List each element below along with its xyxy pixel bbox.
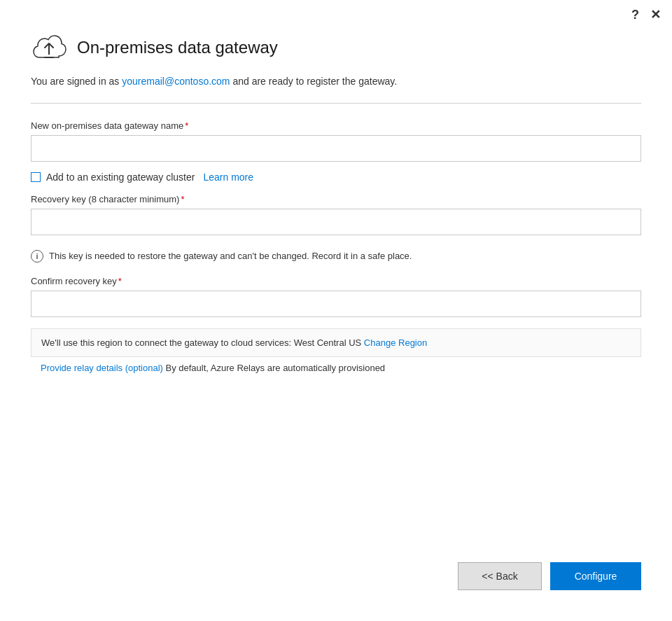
change-region-link[interactable]: Change Region [364, 337, 427, 348]
region-prefix: We'll use this region to connect the gat… [41, 337, 294, 348]
dialog-footer: << Back Configure [0, 545, 672, 621]
region-box: We'll use this region to connect the gat… [31, 328, 641, 358]
close-icon[interactable]: ✕ [650, 8, 661, 21]
dialog-topbar: ? ✕ [0, 0, 672, 21]
checkbox-row: Add to an existing gateway cluster Learn… [31, 172, 641, 183]
existing-cluster-checkbox[interactable] [31, 172, 41, 182]
subtitle-email: youremail@contoso.com [122, 76, 230, 87]
region-name: West Central US [294, 337, 362, 348]
relay-suffix: By default, Azure Relays are automatical… [163, 363, 385, 373]
divider [31, 103, 641, 104]
gateway-name-label: New on-premises data gateway name* [31, 120, 641, 131]
relay-details-link[interactable]: Provide relay details (optional) [41, 363, 163, 373]
existing-cluster-label: Add to an existing gateway cluster [46, 172, 195, 183]
confirm-recovery-key-input[interactable] [31, 291, 641, 317]
info-icon: i [31, 250, 43, 263]
info-row: i This key is needed to restore the gate… [31, 249, 641, 263]
recovery-key-required: * [181, 194, 184, 204]
back-button[interactable]: << Back [458, 562, 542, 590]
subtitle-text: You are signed in as youremail@contoso.c… [31, 74, 641, 89]
subtitle-prefix: You are signed in as [31, 76, 122, 87]
gateway-name-input[interactable] [31, 135, 641, 162]
cloud-upload-icon [31, 32, 67, 63]
confirm-recovery-key-label: Confirm recovery key* [31, 276, 641, 286]
recovery-key-field: Recovery key (8 character minimum)* [31, 194, 641, 235]
dialog-content: On-premises data gateway You are signed … [0, 21, 672, 545]
info-text: This key is needed to restore the gatewa… [49, 249, 412, 263]
confirm-recovery-key-field: Confirm recovery key* [31, 276, 641, 317]
gateway-name-field: New on-premises data gateway name* [31, 120, 641, 162]
learn-more-link[interactable]: Learn more [203, 172, 253, 183]
confirm-key-required: * [118, 276, 122, 286]
configure-button[interactable]: Configure [550, 562, 641, 590]
relay-row: Provide relay details (optional) By defa… [31, 363, 641, 373]
dialog-title: On-premises data gateway [77, 38, 278, 57]
form-section: New on-premises data gateway name* Add t… [31, 120, 641, 373]
recovery-key-label: Recovery key (8 character minimum)* [31, 194, 641, 204]
dialog-container: ? ✕ On-premises data gateway You are sig… [0, 0, 672, 621]
dialog-header: On-premises data gateway [31, 32, 641, 63]
subtitle-suffix: and are ready to register the gateway. [230, 76, 398, 87]
recovery-key-input[interactable] [31, 209, 641, 235]
gateway-name-required: * [185, 120, 188, 131]
help-icon[interactable]: ? [631, 8, 639, 21]
